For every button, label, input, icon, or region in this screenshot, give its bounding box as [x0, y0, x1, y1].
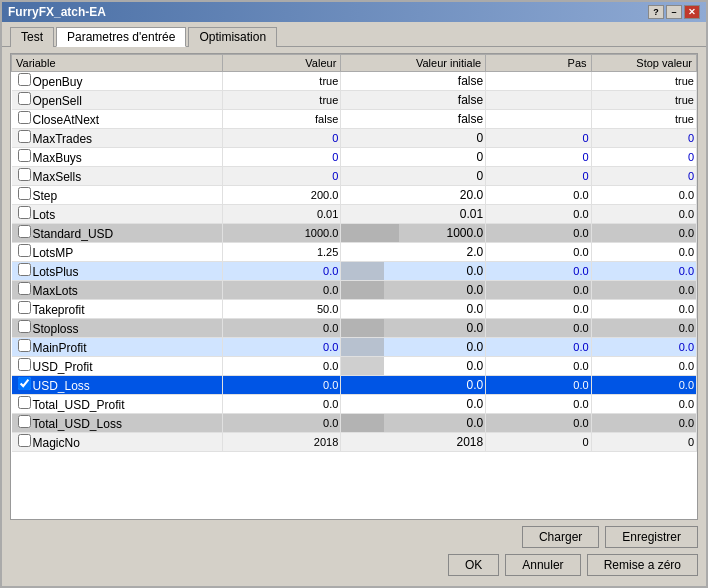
- table-row-stop[interactable]: true: [591, 72, 696, 91]
- table-row-stop[interactable]: 0.0: [591, 395, 696, 414]
- table-row-valeur[interactable]: 0: [222, 148, 341, 167]
- table-row-valeur[interactable]: 0.0: [222, 319, 341, 338]
- row-checkbox[interactable]: [18, 92, 31, 105]
- table-row-valeur[interactable]: 200.0: [222, 186, 341, 205]
- table-row-pas[interactable]: 0.0: [486, 300, 591, 319]
- row-checkbox[interactable]: [18, 225, 31, 238]
- row-checkbox[interactable]: [18, 320, 31, 333]
- row-checkbox[interactable]: [18, 415, 31, 428]
- table-row-stop[interactable]: 0.0: [591, 357, 696, 376]
- table-row-valeur[interactable]: 0.0: [222, 262, 341, 281]
- ok-button[interactable]: OK: [448, 554, 499, 576]
- table-row-valeur-init[interactable]: 0: [341, 129, 486, 148]
- table-row-valeur-init[interactable]: 0.0: [341, 376, 486, 395]
- remise-button[interactable]: Remise a zéro: [587, 554, 698, 576]
- table-row-valeur[interactable]: 0.0: [222, 357, 341, 376]
- annuler-button[interactable]: Annuler: [505, 554, 580, 576]
- table-row-pas[interactable]: 0.0: [486, 357, 591, 376]
- table-row-pas[interactable]: 0.0: [486, 319, 591, 338]
- table-row-valeur[interactable]: 0.01: [222, 205, 341, 224]
- table-row-valeur-init[interactable]: false: [341, 110, 486, 129]
- table-row-pas[interactable]: 0.0: [486, 262, 591, 281]
- enregistrer-button[interactable]: Enregistrer: [605, 526, 698, 548]
- tab-optimisation[interactable]: Optimisation: [188, 27, 277, 47]
- table-row-valeur[interactable]: 0.0: [222, 395, 341, 414]
- table-row-valeur[interactable]: 0.0: [222, 281, 341, 300]
- charger-button[interactable]: Charger: [522, 526, 599, 548]
- row-checkbox[interactable]: [18, 111, 31, 124]
- row-checkbox[interactable]: [18, 244, 31, 257]
- row-checkbox[interactable]: [18, 130, 31, 143]
- table-row-valeur-init[interactable]: 0.0: [341, 357, 486, 376]
- table-row-stop[interactable]: 0.0: [591, 186, 696, 205]
- table-row-valeur[interactable]: 2018: [222, 433, 341, 452]
- table-row-stop[interactable]: 0.0: [591, 300, 696, 319]
- table-row-pas[interactable]: 0: [486, 167, 591, 186]
- table-row-stop[interactable]: 0.0: [591, 281, 696, 300]
- tab-parametres[interactable]: Parametres d'entrée: [56, 27, 186, 47]
- table-row-valeur[interactable]: true: [222, 72, 341, 91]
- minimize-button[interactable]: –: [666, 5, 682, 19]
- table-row-stop[interactable]: 0.0: [591, 376, 696, 395]
- table-row-pas[interactable]: [486, 91, 591, 110]
- table-row-valeur-init[interactable]: 0.0: [341, 300, 486, 319]
- table-row-pas[interactable]: 0.0: [486, 243, 591, 262]
- row-checkbox[interactable]: [18, 396, 31, 409]
- table-row-stop[interactable]: true: [591, 91, 696, 110]
- close-button[interactable]: ✕: [684, 5, 700, 19]
- row-checkbox[interactable]: [18, 434, 31, 447]
- table-row-valeur-init[interactable]: false: [341, 91, 486, 110]
- row-checkbox[interactable]: [18, 339, 31, 352]
- table-row-stop[interactable]: 0: [591, 433, 696, 452]
- table-row-valeur-init[interactable]: 2018: [341, 433, 486, 452]
- table-row-stop[interactable]: 0: [591, 129, 696, 148]
- table-row-valeur-init[interactable]: 0.0: [341, 281, 486, 300]
- table-row-stop[interactable]: 0: [591, 148, 696, 167]
- table-row-valeur-init[interactable]: 0: [341, 167, 486, 186]
- table-row-stop[interactable]: 0.0: [591, 205, 696, 224]
- row-checkbox[interactable]: [18, 206, 31, 219]
- row-checkbox[interactable]: [18, 263, 31, 276]
- table-row-valeur[interactable]: true: [222, 91, 341, 110]
- table-row-pas[interactable]: 0.0: [486, 281, 591, 300]
- row-checkbox[interactable]: [18, 301, 31, 314]
- table-row-pas[interactable]: 0.0: [486, 224, 591, 243]
- table-row-valeur[interactable]: 1000.0: [222, 224, 341, 243]
- table-row-valeur-init[interactable]: 0: [341, 148, 486, 167]
- table-row-pas[interactable]: 0.0: [486, 395, 591, 414]
- table-row-stop[interactable]: 0.0: [591, 262, 696, 281]
- table-row-valeur-init[interactable]: 2.0: [341, 243, 486, 262]
- table-row-stop[interactable]: true: [591, 110, 696, 129]
- table-row-pas[interactable]: [486, 72, 591, 91]
- table-row-pas[interactable]: 0: [486, 148, 591, 167]
- table-row-pas[interactable]: 0.0: [486, 186, 591, 205]
- table-row-valeur-init[interactable]: 0.0: [341, 262, 486, 281]
- table-row-pas[interactable]: 0.0: [486, 414, 591, 433]
- row-checkbox[interactable]: [18, 358, 31, 371]
- table-row-stop[interactable]: 0.0: [591, 243, 696, 262]
- table-row-valeur[interactable]: 0: [222, 129, 341, 148]
- table-row-valeur-init[interactable]: 0.0: [341, 414, 486, 433]
- table-row-stop[interactable]: 0.0: [591, 319, 696, 338]
- row-checkbox[interactable]: [18, 149, 31, 162]
- row-checkbox[interactable]: [18, 168, 31, 181]
- row-checkbox[interactable]: [18, 377, 31, 390]
- table-row-valeur[interactable]: 1.25: [222, 243, 341, 262]
- table-row-valeur-init[interactable]: 0.01: [341, 205, 486, 224]
- table-row-pas[interactable]: 0: [486, 433, 591, 452]
- table-row-stop[interactable]: 0.0: [591, 224, 696, 243]
- table-row-valeur[interactable]: 0: [222, 167, 341, 186]
- row-checkbox[interactable]: [18, 73, 31, 86]
- table-row-pas[interactable]: [486, 110, 591, 129]
- table-row-stop[interactable]: 0: [591, 167, 696, 186]
- table-row-valeur-init[interactable]: 1000.0: [341, 224, 486, 243]
- help-button[interactable]: ?: [648, 5, 664, 19]
- table-row-valeur-init[interactable]: 0.0: [341, 395, 486, 414]
- table-row-pas[interactable]: 0.0: [486, 376, 591, 395]
- table-row-valeur[interactable]: false: [222, 110, 341, 129]
- table-row-pas[interactable]: 0: [486, 129, 591, 148]
- table-row-valeur-init[interactable]: 0.0: [341, 338, 486, 357]
- table-row-valeur[interactable]: 0.0: [222, 338, 341, 357]
- row-checkbox[interactable]: [18, 187, 31, 200]
- table-row-pas[interactable]: 0.0: [486, 338, 591, 357]
